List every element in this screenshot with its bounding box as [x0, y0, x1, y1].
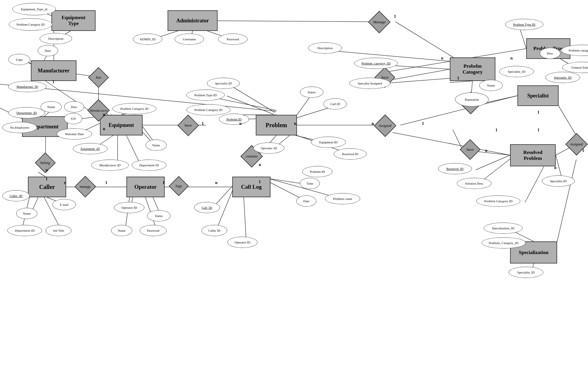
rel-have-eq-prob: have	[177, 115, 199, 136]
card-assigned2-n: n	[554, 165, 557, 170]
attr-description-pc: Description	[308, 42, 342, 54]
attr-resolved-id-prob: Resolved ID	[334, 148, 367, 160]
attr-name-pc: Name	[479, 80, 503, 91]
attr-operator-id: Operator ID	[114, 202, 144, 213]
attr-specialist-id-rp: Specialist ID	[542, 175, 575, 187]
attr-status-op: Status	[147, 210, 171, 221]
card-have-eq-1: 1	[202, 121, 204, 126]
attr-password-op: Password	[140, 225, 167, 236]
entity-operator: Operator	[126, 177, 165, 197]
entity-administrator: Administrator	[168, 10, 218, 31]
rel-belong: belong	[35, 152, 56, 173]
attr-no-employees: No.Employees	[2, 122, 37, 133]
card-have-spec-1: 1	[495, 128, 497, 132]
attr-name-eq: Name	[146, 140, 167, 151]
svg-line-55	[385, 69, 450, 81]
card-manufactures-n1: n	[103, 112, 105, 117]
card-have2-1b: 1	[537, 128, 539, 132]
card-manage-1: 1	[394, 14, 396, 19]
rel-have-spec: have	[460, 139, 481, 160]
attr-description-et: Description	[40, 33, 72, 44]
card-assigned-1: 1	[422, 121, 424, 126]
attr-job-title: Job Title	[46, 225, 71, 236]
entity-problem-category: ProbelmCatogory	[450, 57, 495, 81]
attr-prob-cat-id-et: Problem Catogory ID	[9, 18, 52, 31]
card-have2-1: 1	[537, 110, 539, 115]
attr-desc-pt: Desc	[540, 48, 560, 59]
svg-line-45	[450, 81, 472, 82]
card-have-spec-n: n	[485, 148, 487, 153]
card-manufactures-n2: n	[103, 127, 105, 131]
svg-line-30	[227, 96, 273, 114]
card-assigned-n: n	[372, 121, 374, 126]
entity-problem: Problem	[256, 115, 297, 135]
svg-line-0	[193, 21, 379, 22]
attr-specialist-id-pc: Specialist_ID	[499, 66, 534, 77]
rel-assigned: Assigned	[374, 115, 396, 137]
attr-specialist-id-prob: Specialist ID	[207, 78, 240, 89]
attr-call-id-cl: Call_ID	[194, 202, 220, 213]
attr-date: Date	[296, 195, 316, 207]
attr-department-id-eq: Department ID	[132, 160, 166, 171]
attr-department-id: Department_ID	[8, 107, 45, 118]
rel-manage-op: manage	[74, 176, 96, 198]
attr-problem-type-id-prob: Problem Type ID	[186, 89, 225, 101]
attr-name-op: Name	[111, 225, 132, 236]
attr-operator-id-cl: Operator ID	[227, 237, 258, 248]
attr-general-solution: General Solution	[562, 62, 588, 73]
attr-call-id-prob: Call ID	[323, 98, 347, 110]
attr-resolved-id-rp: Resolved_ID	[438, 163, 472, 174]
attr-username: Username	[175, 34, 204, 45]
attr-logo: Logo	[8, 54, 30, 65]
card-prob-assigned-n: n	[294, 121, 296, 126]
entity-resolved-problem: ResolvedProblem	[510, 144, 556, 166]
svg-line-41	[392, 132, 510, 155]
attr-warranty-date: Warranty Date	[57, 128, 92, 140]
attr-equipment-type-id: Equipment_Type_id	[12, 3, 56, 15]
attr-specialist-id-sp: Specialist_ID	[545, 72, 580, 83]
attr-prob-cat-id-rp: Problem Catogory ID	[476, 195, 520, 207]
svg-line-63	[38, 172, 46, 177]
attr-desc-mfr: Desc	[38, 45, 58, 56]
attr-equipment-id: Equipment_ID	[73, 143, 108, 154]
svg-line-31	[229, 84, 275, 112]
attr-admin-id: ADMIN_ID	[133, 34, 162, 45]
attr-problem-count: Problem count	[325, 193, 360, 204]
attr-caller-id: Caller_ID	[2, 190, 30, 201]
attr-probelm-id: Probelm ID	[219, 114, 249, 125]
svg-line-89	[525, 166, 544, 202]
attr-specialization-id: Specalization_ID	[484, 223, 523, 234]
attr-name-dept: Name	[41, 101, 62, 112]
attr-specalist-assigned: Specalist Assigned	[349, 78, 390, 89]
card-logs-1: 1	[163, 180, 165, 185]
card-has-1: 1	[52, 79, 54, 84]
card-manage-n: n	[441, 56, 443, 61]
card-belong-n: n	[46, 168, 48, 173]
card-belong-1: 1	[46, 177, 48, 181]
card-assigned2-1: 1	[582, 148, 584, 153]
attr-reputation: Reputation	[455, 92, 489, 107]
attr-sn: S/N	[64, 113, 82, 124]
svg-line-86	[476, 155, 510, 170]
entity-specialist: Specialist	[517, 85, 559, 106]
rel-has: has	[88, 67, 109, 88]
rel-logs: logs	[169, 176, 189, 196]
card-contains-1: 1	[259, 180, 261, 184]
card-belongs-1: 1	[457, 76, 459, 81]
attr-prob-cat-id-pc: Problem_catogroy_ID	[354, 58, 398, 69]
svg-line-42	[477, 152, 510, 155]
card-manage-op-1: 1	[105, 180, 107, 185]
attr-equipment-id-prob: Equipment ID	[311, 137, 346, 148]
svg-line-91	[559, 106, 576, 135]
rel-manage: Manage	[368, 11, 390, 33]
attr-solution-desc: Solution Desc	[457, 178, 492, 189]
attr-operator-id-prob: Operator ID	[253, 142, 284, 154]
attr-specialist-id-spec: Specialist_ID	[509, 267, 543, 278]
svg-line-95	[557, 160, 576, 241]
attr-prob-cat-id-prob: Problem Catogory ID	[186, 104, 230, 115]
card-have-eq-n: n	[239, 121, 242, 126]
entity-equipment-type: EquipmentType	[51, 10, 96, 31]
attr-dept-id-caller: Department ID	[7, 225, 42, 236]
rel-assigned2: Assigned	[565, 133, 588, 155]
card-manage-caller-n: n	[64, 180, 66, 185]
